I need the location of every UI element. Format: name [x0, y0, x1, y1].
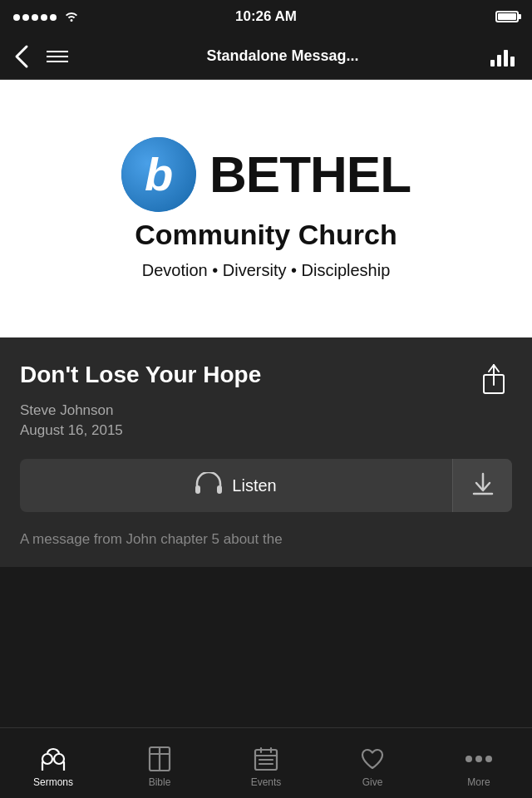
- bible-icon: [148, 745, 171, 773]
- tab-more[interactable]: More: [426, 728, 532, 798]
- svg-rect-2: [195, 485, 200, 494]
- more-label: More: [467, 776, 490, 788]
- nav-title: Standalone Messag...: [80, 47, 485, 65]
- svg-point-19: [475, 756, 482, 762]
- sermon-title: Don't Lose Your Hope: [20, 361, 475, 389]
- tab-sermons[interactable]: Sermons: [0, 728, 106, 798]
- download-icon: [472, 472, 494, 499]
- bethel-name: BETHEL: [209, 149, 411, 200]
- bethel-logo: b: [121, 137, 196, 212]
- status-left: [13, 9, 79, 24]
- church-tagline: Devotion • Diversity • Discipleship: [142, 261, 391, 280]
- more-icon: [465, 745, 493, 773]
- status-time: 10:26 AM: [235, 8, 297, 25]
- svg-point-18: [466, 756, 472, 762]
- signal-dots: [13, 9, 59, 24]
- give-icon: [360, 745, 385, 773]
- sermons-label: Sermons: [33, 776, 73, 788]
- sermon-title-row: Don't Lose Your Hope: [20, 361, 512, 397]
- sermons-icon: [39, 745, 67, 773]
- menu-button[interactable]: [47, 51, 80, 62]
- tab-events[interactable]: Events: [213, 728, 319, 798]
- svg-rect-3: [217, 485, 222, 494]
- events-label: Events: [251, 776, 282, 788]
- community-church: Community Church: [135, 219, 397, 251]
- headphone-icon: [195, 472, 222, 500]
- status-bar: 10:26 AM: [0, 0, 532, 33]
- status-right: [495, 11, 519, 22]
- download-button[interactable]: [452, 459, 512, 512]
- give-label: Give: [362, 776, 383, 788]
- back-button[interactable]: [13, 43, 47, 70]
- content-area: Don't Lose Your Hope Steve Johnson Augus…: [0, 337, 532, 567]
- listen-row: Listen: [20, 459, 512, 512]
- events-icon: [254, 745, 278, 773]
- wifi-icon: [64, 10, 79, 24]
- nav-bar: Standalone Messag...: [0, 33, 532, 80]
- svg-point-5: [42, 754, 52, 764]
- sermon-date: August 16, 2015: [20, 422, 512, 439]
- tab-give[interactable]: Give: [319, 728, 426, 798]
- church-logo-row: b BETHEL: [121, 137, 411, 212]
- tab-bar: Sermons Bible Events: [0, 727, 532, 798]
- sermon-author: Steve Johnson: [20, 402, 512, 419]
- tab-bible[interactable]: Bible: [106, 728, 213, 798]
- chart-icon[interactable]: [485, 47, 519, 66]
- listen-button[interactable]: Listen: [20, 459, 452, 512]
- sermon-description: A message from John chapter 5 about the: [20, 529, 512, 550]
- battery-icon: [495, 11, 519, 22]
- svg-point-6: [54, 754, 64, 764]
- church-banner: b BETHEL Community Church Devotion • Div…: [0, 80, 532, 337]
- share-button[interactable]: [475, 361, 512, 397]
- bible-label: Bible: [149, 776, 171, 788]
- svg-point-20: [485, 756, 492, 762]
- listen-label: Listen: [232, 476, 276, 495]
- bethel-b-letter: b: [145, 151, 173, 198]
